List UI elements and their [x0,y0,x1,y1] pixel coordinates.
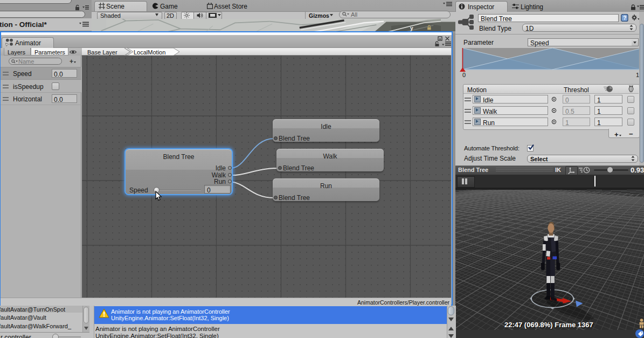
svg-text:?: ? [623,15,626,21]
svg-text:y: y [410,25,413,31]
